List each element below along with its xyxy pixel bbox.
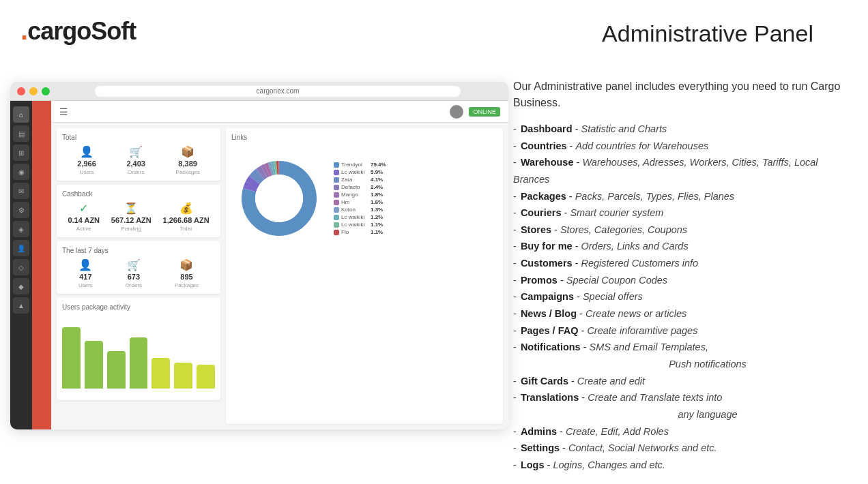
feature-item-translations: - Translations - Create and Translate te…: [513, 389, 848, 423]
packages-value: 8,389: [178, 160, 197, 168]
sidebar-icon-stats[interactable]: ▤: [13, 125, 29, 142]
bar-5: [174, 363, 192, 389]
packages-label: Packages: [176, 169, 200, 175]
cashback-card: Cashback ✓ 0.14 AZN Active ⏳ 567.12 AZN …: [57, 185, 220, 237]
sidebar-icon-news[interactable]: ◆: [13, 278, 29, 294]
bar-4: [151, 358, 170, 389]
browser-window: cargonex.com ⌂ ▤ ⊞ ◉ ✉ ⚙ ◈ 👤 ◇ ◆ ▲ ☰ ONL…: [10, 82, 508, 429]
legend-pct: 5.9%: [371, 169, 383, 175]
feature-item-buyforme: - Buy for me - Orders, Links and Cards: [513, 238, 848, 255]
chart-legend: Trendyol 79.4% Lc waikiki 5.9% Zara 4.1%…: [334, 162, 386, 235]
legend-dot: [334, 192, 339, 198]
feature-item-dashboard: - Dashboard - Statistic and Charts: [513, 121, 848, 138]
sidebar-icons: ⌂ ▤ ⊞ ◉ ✉ ⚙ ◈ 👤 ◇ ◆ ▲: [10, 101, 32, 429]
logo: .cargoSoft: [20, 15, 136, 46]
legend-dot: [334, 162, 339, 168]
legend-dot: [334, 230, 339, 235]
url-bar[interactable]: cargonex.com: [95, 86, 461, 97]
feature-list: Our Administrative panel includes everyt…: [513, 78, 848, 473]
sidebar-icon-mail[interactable]: ✉: [13, 183, 29, 199]
sidebar-icon-map[interactable]: ▲: [13, 297, 29, 314]
feature-item-news: - News / Blog - Create news or articles: [513, 305, 848, 322]
sidebar-icon-promo[interactable]: ◇: [13, 259, 29, 275]
legend-name: Lc waikiki: [341, 222, 368, 228]
orders-stat: 🛒 2,403 Orders: [126, 145, 145, 175]
sidebar-icon-users[interactable]: 👤: [13, 240, 29, 256]
page-title: Administrative Panel: [602, 20, 813, 47]
links-title: Links: [231, 134, 497, 141]
donut-area: Trendyol 79.4% Lc waikiki 5.9% Zara 4.1%…: [231, 144, 497, 253]
orders-value: 2,403: [126, 160, 145, 168]
sidebar-icon-settings[interactable]: ⚙: [13, 202, 29, 218]
cashback-pending-value: 567.12 AZN: [111, 216, 151, 224]
legend-pct: 1.1%: [371, 229, 383, 235]
feature-item-promos: - Promos - Special Coupon Codes: [513, 272, 848, 289]
feature-item-giftcards: - Gift Cards - Create and edit: [513, 373, 848, 390]
feature-item-countries: - Countries - Add countries for Warehous…: [513, 138, 848, 155]
legend-pct: 4.1%: [371, 177, 383, 183]
legend-item-Hm: Hm 1.6%: [334, 199, 386, 205]
orders-icon: 🛒: [129, 145, 143, 158]
feature-item-notifications: - Notifications - SMS and Email Template…: [513, 339, 848, 372]
users-label: Users: [80, 169, 94, 175]
dashboard-content: Total 👤 2,966 Users 🛒 2,403 Orders: [51, 123, 508, 429]
bar-6: [197, 365, 215, 389]
maximize-button[interactable]: [42, 87, 50, 95]
bar-2: [107, 351, 126, 389]
feature-item-warehouse: - Warehouse - Warehouses, Adresses, Work…: [513, 154, 848, 187]
sidebar-icon-packages[interactable]: ⊞: [13, 145, 29, 161]
activity-card: Users package activity: [57, 298, 220, 400]
legend-item-Defacto: Defacto 2.4%: [334, 184, 386, 190]
legend-item-Lc-waikiki: Lc waikiki 5.9%: [334, 169, 386, 175]
sidebar-icon-reports[interactable]: ◈: [13, 221, 29, 237]
legend-pct: 1.2%: [371, 214, 383, 220]
legend-name: Defacto: [341, 184, 368, 190]
legend-pct: 1.3%: [371, 207, 383, 213]
cashback-pending-stat: ⏳ 567.12 AZN Pending: [111, 202, 151, 232]
legend-pct: 1.1%: [371, 222, 383, 228]
last7-users-icon: 👤: [78, 258, 92, 271]
legend-pct: 79.4%: [371, 162, 386, 168]
legend-pct: 2.4%: [371, 184, 383, 190]
legend-item-Koton: Koton 1.3%: [334, 207, 386, 213]
legend-name: Trendyol: [341, 162, 368, 168]
donut-chart: [231, 151, 327, 246]
logo-dot: .: [20, 15, 27, 45]
sidebar-icon-orders[interactable]: ◉: [13, 164, 29, 180]
bars-chart: [62, 314, 215, 389]
sidebar-icon-home[interactable]: ⌂: [13, 106, 29, 123]
last7-card: The last 7 days 👤 417 Users 🛒 673 Orders: [57, 241, 220, 294]
activity-title: Users package activity: [62, 303, 215, 311]
last7-orders-value: 673: [128, 273, 140, 281]
cashback-total-icon: 💰: [179, 202, 193, 215]
svg-point-0: [255, 175, 303, 222]
legend-name: Lc waikiki: [341, 169, 368, 175]
legend-name: Zara: [341, 177, 368, 183]
avatar[interactable]: [450, 105, 463, 119]
last7-orders-label: Orders: [126, 282, 142, 288]
close-button[interactable]: [17, 87, 25, 95]
legend-dot: [334, 200, 339, 205]
last7-orders-stat: 🛒 673 Orders: [126, 258, 142, 288]
hamburger-icon[interactable]: ☰: [59, 106, 68, 117]
cashback-active-stat: ✓ 0.14 AZN Active: [68, 202, 100, 232]
last7-orders-icon: 🛒: [127, 258, 141, 271]
feature-item-settings: - Settings - Contact, Social Networks an…: [513, 440, 848, 457]
cashback-pending-icon: ⏳: [124, 202, 138, 215]
feature-item-logs: - Logs - Logins, Changes and etc.: [513, 457, 848, 474]
feature-item-couriers: - Couriers - Smart courier system: [513, 205, 848, 222]
browser-titlebar: cargonex.com: [10, 82, 508, 101]
feature-item-pages: - Pages / FAQ - Create inforamtive pages: [513, 322, 848, 339]
last7-users-value: 417: [79, 273, 91, 281]
legend-dot: [334, 170, 339, 175]
legend-item-Trendyol: Trendyol 79.4%: [334, 162, 386, 168]
legend-item-Lc-waikiki: Lc waikiki 1.1%: [334, 222, 386, 228]
users-value: 2,966: [77, 160, 96, 168]
bar-3: [130, 337, 148, 389]
legend-item-Flo: Flo 1.1%: [334, 229, 386, 235]
left-column: Total 👤 2,966 Users 🛒 2,403 Orders: [57, 128, 220, 424]
minimize-button[interactable]: [29, 87, 38, 95]
red-panel: [32, 101, 51, 429]
online-badge: ONLINE: [469, 107, 500, 117]
legend-item-Mango: Mango 1.8%: [334, 192, 386, 198]
